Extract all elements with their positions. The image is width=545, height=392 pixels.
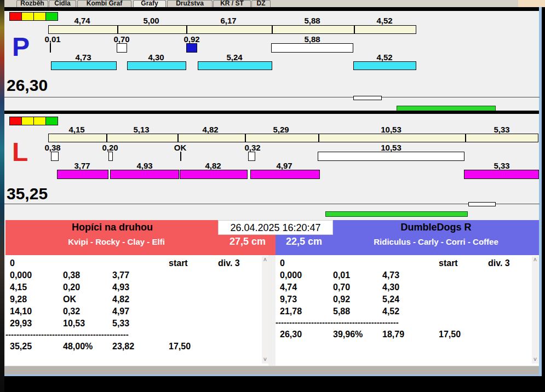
left-team-name: Hopíci na druhou (33, 222, 192, 233)
l-exchange-long-bar (318, 152, 464, 161)
table-row: 9,28 OK 4,82 (5, 293, 268, 305)
p-dog-time-label: 4,30 (148, 53, 164, 62)
yellow-light-1 (21, 12, 34, 21)
table-row: 0,000 0,01 4,73 (276, 269, 539, 281)
scroll-up-icon[interactable]: ˄ (262, 256, 268, 264)
right-team-name: DumbleDogs R (335, 222, 537, 233)
tab-druzstva[interactable]: Družstva (167, 0, 213, 8)
green-light (45, 12, 58, 21)
l-dog-bar (180, 170, 248, 179)
tab-dz[interactable]: DZ (251, 0, 271, 8)
p-divider-line (4, 97, 540, 97)
p-exchange-box-blue (186, 43, 197, 53)
tab-bar: Rozběh Čidla Kombi Graf Grafy Družstva K… (4, 0, 545, 7)
table-row: 29,93 10,53 5,33 (5, 318, 268, 330)
l-marker-box (468, 202, 496, 206)
tab-kr-st[interactable]: KR / ST (213, 0, 251, 8)
p-cumulative-time-bar (48, 25, 416, 34)
table-row: 14,10 0,32 4,97 (5, 305, 268, 318)
segment-divider (354, 26, 355, 33)
l-segment-label: 5,29 (273, 125, 289, 134)
l-traffic-light-indicator (10, 117, 58, 125)
left-team-result-list[interactable]: 0 start div. 3 0,000 0,38 3,77 4,15 0,20… (5, 255, 268, 368)
p-dog-bar (353, 61, 416, 70)
p-segment-label: 5,00 (143, 16, 159, 25)
p-exchange-tick (50, 43, 51, 53)
p-traffic-light-indicator (10, 12, 58, 21)
p-exchange-long-bar (271, 43, 353, 53)
l-divider-line (4, 204, 540, 204)
segment-divider (465, 134, 466, 142)
titlebar-fragment (518, 0, 545, 7)
l-exchange-label: 10,53 (381, 143, 401, 152)
segment-divider (177, 134, 179, 142)
l-dog-time-label: 5,33 (494, 161, 509, 170)
l-dog-time-label: 4,97 (276, 161, 292, 170)
tab-cidla[interactable]: Čidla (49, 0, 76, 8)
l-dog-time-label: 4,93 (136, 161, 152, 170)
yellow-light-2 (33, 117, 46, 125)
l-cumulative-time-bar (48, 134, 538, 142)
tab-grafy[interactable]: Grafy (133, 0, 166, 8)
l-dog-time-label: 3,77 (74, 161, 90, 170)
division-header: div. 3 (488, 257, 510, 269)
right-jump-height: 22,5 cm (277, 236, 331, 247)
table-row: 0,000 0,38 3,77 (5, 269, 268, 281)
left-team-dogs: Kvipi - Rocky - Clay - Elfi (33, 237, 200, 246)
table-row: 4,74 0,70 4,30 (276, 281, 539, 293)
l-lane-letter: L (12, 141, 28, 163)
l-progress-bar (325, 211, 468, 217)
l-exchange-box (248, 152, 255, 161)
l-exchange-box (51, 152, 59, 161)
l-total-time: 35,25 (7, 185, 48, 203)
scroll-down-icon[interactable]: ˅ (262, 356, 268, 364)
l-segment-label: 4,15 (68, 125, 84, 134)
window-bottom-border (4, 374, 542, 376)
tab-kombi-graf[interactable]: Kombi Graf (77, 0, 131, 8)
l-segment-label: 5,33 (494, 125, 509, 134)
green-light (45, 117, 58, 125)
division-header: div. 3 (218, 257, 240, 269)
scrollbar[interactable]: ˄ ˅ (262, 256, 268, 364)
faults-header: 0 (280, 257, 285, 269)
tab-rozbeh[interactable]: Rozběh (16, 0, 48, 8)
scrollbar[interactable]: ˄ ˅ (532, 256, 538, 364)
l-dog-bar (110, 170, 179, 179)
p-segment-label: 4,52 (376, 16, 392, 25)
l-exchange-label: 0,32 (244, 143, 260, 152)
table-header-row: 0 start div. 3 (5, 257, 268, 269)
l-dog-bar (57, 170, 108, 179)
p-exchange-label: 0,01 (44, 34, 60, 44)
sum-separator: ----------------------------------------… (276, 318, 539, 328)
l-exchange-label: 0,38 (44, 143, 60, 152)
p-lane-letter: P (12, 36, 30, 58)
start-header: start (439, 257, 458, 269)
p-segment-label: 4,74 (74, 16, 90, 25)
start-header: start (169, 257, 188, 269)
l-dog-bar (250, 170, 320, 179)
right-team-dogs: Ridiculus - Carly - Corri - Coffee (335, 237, 537, 246)
scroll-up-icon[interactable]: ˄ (532, 256, 538, 264)
p-segment-label: 6,17 (220, 16, 236, 25)
p-exchange-label: 5,88 (304, 34, 320, 44)
p-dog-bar (198, 61, 272, 70)
p-exchange-box (117, 43, 127, 53)
top-divider (4, 7, 545, 11)
segment-divider (117, 26, 118, 33)
segment-divider (106, 134, 107, 142)
window-right-border (539, 7, 542, 376)
left-jump-height: 27,5 cm (220, 236, 275, 247)
l-exchange-label: 0,20 (102, 143, 118, 152)
p-dog-time-label: 5,24 (226, 53, 242, 62)
right-team-result-list[interactable]: 0 start div. 3 0,000 0,01 4,73 4,74 0,70… (276, 255, 539, 368)
table-row: 21,78 5,88 4,52 (276, 305, 539, 318)
p-dog-time-label: 4,52 (376, 53, 392, 62)
l-exchange-box (108, 152, 113, 161)
p-dog-time-label: 4,73 (75, 53, 91, 62)
p-segment-label: 5,88 (304, 16, 320, 25)
scroll-down-icon[interactable]: ˅ (532, 356, 538, 364)
red-light (9, 12, 22, 21)
segment-divider (318, 134, 319, 142)
table-row: 4,15 0,20 4,93 (5, 281, 268, 293)
l-segment-label: 5,13 (133, 125, 149, 134)
